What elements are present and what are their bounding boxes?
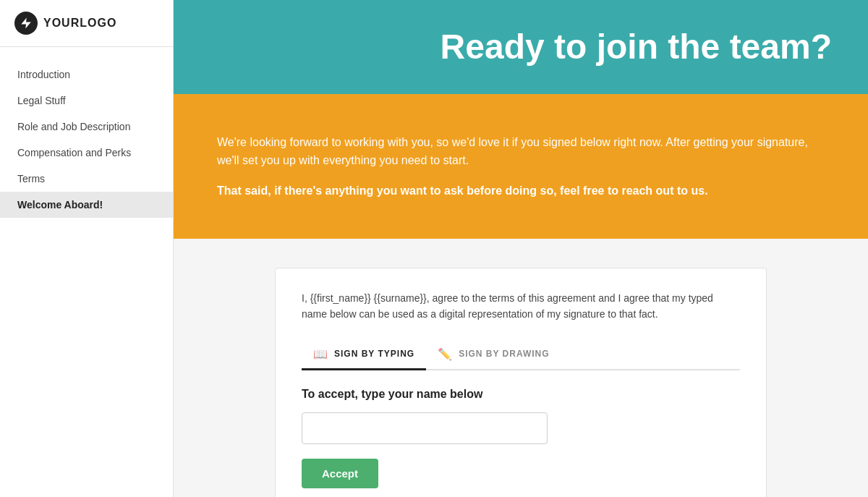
agreement-text: I, {{first_name}} {{surname}}, agree to …	[302, 290, 740, 323]
intro-banner: We're looking forward to working with yo…	[174, 94, 868, 239]
tab-drawing-label: SIGN BY DRAWING	[459, 349, 549, 359]
tab-sign-by-typing[interactable]: 📖 SIGN BY TYPING	[302, 340, 426, 370]
sidebar-item-terms[interactable]: Terms	[0, 166, 173, 192]
logo-container: YOURLOGO	[0, 0, 173, 47]
intro-text-2: That said, if there's anything you want …	[217, 182, 825, 200]
sidebar-nav: Introduction Legal Stuff Role and Job De…	[0, 47, 173, 497]
sidebar-item-role-job[interactable]: Role and Job Description	[0, 114, 173, 140]
sidebar-item-introduction[interactable]: Introduction	[0, 61, 173, 88]
header-banner: Ready to join the team?	[174, 0, 868, 94]
accept-button[interactable]: Accept	[302, 459, 378, 488]
signature-tabs: 📖 SIGN BY TYPING ✏️ SIGN BY DRAWING	[302, 340, 740, 370]
logo-text: YOURLOGO	[43, 17, 116, 30]
book-icon: 📖	[313, 347, 328, 361]
sidebar-item-legal-stuff[interactable]: Legal Stuff	[0, 88, 173, 114]
signature-card: I, {{first_name}} {{surname}}, agree to …	[275, 268, 767, 497]
intro-text-1: We're looking forward to working with yo…	[217, 133, 825, 170]
sidebar-item-compensation[interactable]: Compensation and Perks	[0, 140, 173, 166]
logo-icon	[14, 12, 38, 35]
main-content: Ready to join the team? We're looking fo…	[174, 0, 868, 497]
type-name-label: To accept, type your name below	[302, 388, 740, 401]
page-title: Ready to join the team?	[441, 28, 832, 67]
name-input[interactable]	[302, 412, 548, 444]
sidebar: YOURLOGO Introduction Legal Stuff Role a…	[0, 0, 174, 497]
signature-section: I, {{first_name}} {{surname}}, agree to …	[174, 239, 868, 497]
sidebar-item-welcome[interactable]: Welcome Aboard!	[0, 192, 173, 218]
tab-sign-by-drawing[interactable]: ✏️ SIGN BY DRAWING	[426, 340, 561, 370]
tab-typing-label: SIGN BY TYPING	[334, 349, 414, 359]
svg-marker-0	[21, 18, 31, 29]
pencil-icon: ✏️	[438, 347, 453, 361]
